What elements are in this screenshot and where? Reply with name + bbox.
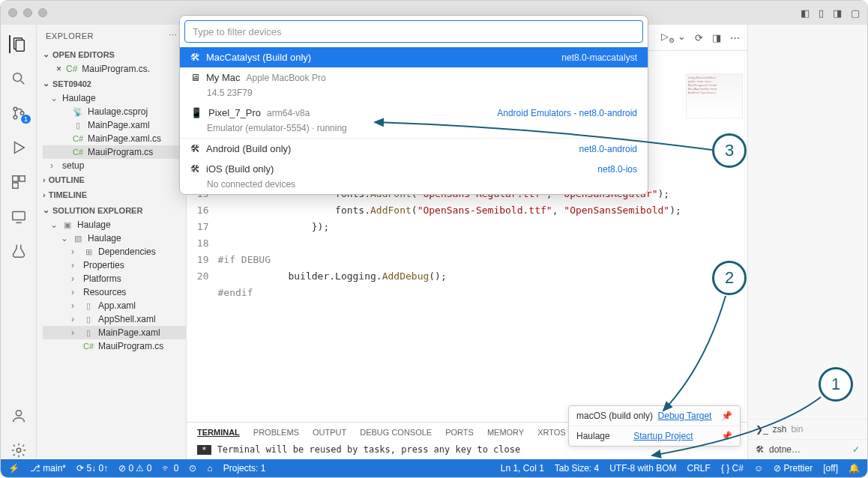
annotation-3: 3 <box>712 133 747 168</box>
annotation-1: 1 <box>819 367 853 402</box>
annotation-2: 2 <box>712 261 747 295</box>
